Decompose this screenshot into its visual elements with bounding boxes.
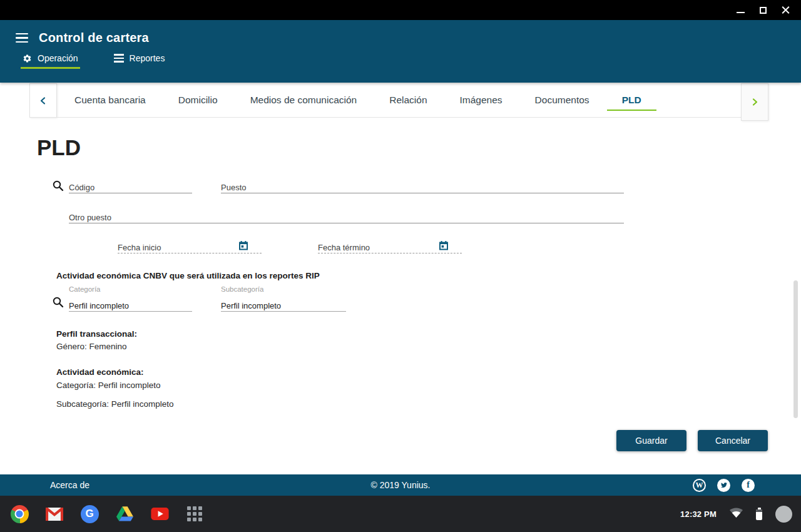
menu-icon[interactable] <box>16 31 28 45</box>
gear-icon <box>23 54 32 63</box>
record-tabstrip: Cuenta bancaria Domicilio Medios de comu… <box>29 83 768 118</box>
categoria-input[interactable] <box>69 297 192 311</box>
save-button[interactable]: Guardar <box>616 430 686 451</box>
fecha-termino-field[interactable] <box>318 238 462 253</box>
wordpress-icon[interactable]: W <box>693 479 706 492</box>
categoria-label: Categoría <box>69 285 101 293</box>
nav-item-operacion[interactable]: Operación <box>23 53 78 69</box>
nav-item-reportes[interactable]: Reportes <box>114 53 165 69</box>
codigo-input[interactable] <box>69 178 192 193</box>
google-icon[interactable]: G <box>80 504 99 523</box>
chevron-left-icon <box>39 96 48 105</box>
subcategoria-field[interactable] <box>221 297 346 312</box>
maximize-icon[interactable] <box>760 7 767 14</box>
social-links: W f <box>693 479 755 492</box>
tab-pld[interactable]: PLD <box>606 83 658 117</box>
app-title: Control de cartera <box>39 31 149 45</box>
tab-relacion[interactable]: Relación <box>373 83 443 117</box>
twitter-icon[interactable] <box>717 479 730 492</box>
subcategoria-input[interactable] <box>221 297 346 311</box>
actividad-categoria-text: Categoría: Perfil incompleto <box>56 381 161 390</box>
drive-icon[interactable] <box>115 504 134 523</box>
app-header: Control de cartera Operación Reportes <box>0 20 801 83</box>
main-content: Cuenta bancaria Domicilio Medios de comu… <box>0 83 801 474</box>
tabs-row: Cuenta bancaria Domicilio Medios de comu… <box>57 83 741 118</box>
vertical-scrollbar[interactable] <box>793 280 798 418</box>
perfil-transaccional-title: Perfil transaccional: <box>56 329 137 339</box>
otro-puesto-input[interactable] <box>69 208 624 223</box>
avatar[interactable] <box>775 506 792 523</box>
categoria-field[interactable] <box>69 297 192 312</box>
apps-grid-icon[interactable] <box>185 504 204 523</box>
chrome-icon[interactable] <box>10 504 29 523</box>
codigo-field[interactable] <box>69 178 192 193</box>
tab-medios-de-comunicacion[interactable]: Medios de comunicación <box>234 83 374 117</box>
about-link[interactable]: Acerca de <box>50 480 89 490</box>
tabs-scroll-left-button[interactable] <box>29 83 57 118</box>
otro-puesto-field[interactable] <box>69 208 624 223</box>
tab-imagenes[interactable]: Imágenes <box>444 83 519 117</box>
page-title: PLD <box>37 135 81 160</box>
app-footer: Acerca de © 2019 Yunius. W f <box>0 474 801 496</box>
genero-text: Género: Femenino <box>56 342 127 351</box>
youtube-icon[interactable] <box>150 504 169 523</box>
wifi-icon[interactable] <box>730 508 743 520</box>
search-icon[interactable] <box>52 296 64 308</box>
cnbv-section-title: Actividad económica CNBV que será utiliz… <box>56 271 320 280</box>
tab-documentos[interactable]: Documentos <box>519 83 606 117</box>
chevron-right-icon <box>750 98 759 106</box>
os-titlebar <box>0 0 801 20</box>
nav-item-label: Operación <box>38 53 78 63</box>
actividad-economica-title: Actividad económica: <box>56 367 144 377</box>
clock-text[interactable]: 12:32 PM <box>680 509 717 519</box>
nav-item-label: Reportes <box>130 53 165 63</box>
main-nav: Operación Reportes <box>0 53 801 69</box>
actividad-subcategoria-text: Subcategoría: Perfil incompleto <box>56 399 174 409</box>
subcategoria-label: Subcategoría <box>221 285 263 293</box>
gmail-icon[interactable] <box>45 504 64 523</box>
cancel-button[interactable]: Cancelar <box>698 430 768 451</box>
search-icon[interactable] <box>52 180 64 192</box>
puesto-field[interactable] <box>221 178 624 193</box>
calendar-icon[interactable] <box>238 240 248 250</box>
tab-domicilio[interactable]: Domicilio <box>162 83 234 117</box>
fecha-inicio-field[interactable] <box>118 238 262 253</box>
system-tray[interactable]: 12:32 PM <box>680 506 792 523</box>
battery-icon[interactable] <box>756 509 762 520</box>
tab-cuenta-bancaria[interactable]: Cuenta bancaria <box>58 83 162 117</box>
close-icon[interactable] <box>782 6 790 14</box>
calendar-icon[interactable] <box>439 240 449 250</box>
copyright-text: © 2019 Yunius. <box>371 480 431 490</box>
facebook-icon[interactable]: f <box>742 479 755 492</box>
list-icon <box>114 54 124 63</box>
shelf-apps: G <box>9 504 204 523</box>
tabs-scroll-right-button[interactable] <box>741 83 768 121</box>
os-shelf: G 12:32 PM <box>0 496 801 532</box>
puesto-input[interactable] <box>221 178 624 193</box>
minimize-icon[interactable] <box>737 12 745 13</box>
